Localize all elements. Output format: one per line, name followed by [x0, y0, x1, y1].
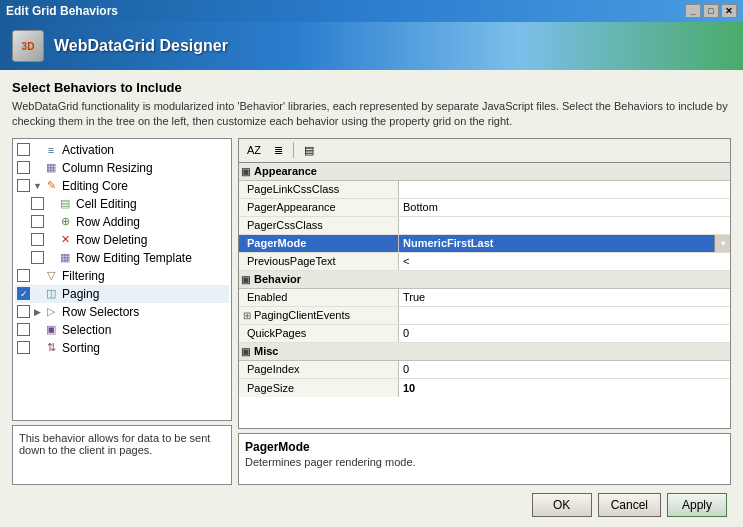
prop-value-paging-client-events[interactable]: [399, 307, 730, 324]
tree-label-row-adding: Row Adding: [76, 215, 140, 229]
prop-name-prev-page-text: PreviousPageText: [239, 253, 399, 270]
right-panel: AZ ≣ ▤ ▣ Appearance PageLinkCssClass: [238, 138, 731, 485]
checkbox-row-deleting[interactable]: [31, 233, 44, 246]
prop-name-paging-client-events: ⊞PagingClientEvents: [239, 307, 399, 324]
tree-item-editing-core[interactable]: ▼ ✎ Editing Core: [15, 177, 229, 195]
prop-row-pager-mode[interactable]: PagerMode NumericFirstLast ▾: [239, 235, 730, 253]
checkbox-row-editing-template[interactable]: [31, 251, 44, 264]
section-description: WebDataGrid functionality is modularized…: [12, 99, 731, 130]
prop-row-page-link-css[interactable]: PageLinkCssClass: [239, 181, 730, 199]
prop-value-quick-pages[interactable]: 0: [399, 325, 730, 342]
row-edit-icon: ▦: [57, 251, 73, 265]
property-toolbar: AZ ≣ ▤: [238, 138, 731, 162]
tree-label-row-editing-template: Row Editing Template: [76, 251, 192, 265]
tree-item-filtering[interactable]: ▽ Filtering: [15, 267, 229, 285]
paging-icon: ◫: [43, 287, 59, 301]
category-behavior-label: Behavior: [254, 273, 301, 285]
pages-button[interactable]: ▤: [298, 140, 320, 160]
checkbox-filtering[interactable]: [17, 269, 30, 282]
tree-label-row-selectors: Row Selectors: [62, 305, 139, 319]
prop-value-page-link-css[interactable]: [399, 181, 730, 198]
checkbox-selection[interactable]: [17, 323, 30, 336]
prop-row-page-size[interactable]: PageSize 10: [239, 379, 730, 397]
prop-row-paging-client-events[interactable]: ⊞PagingClientEvents: [239, 307, 730, 325]
category-appearance[interactable]: ▣ Appearance: [239, 163, 730, 181]
tree-item-row-editing-template[interactable]: ▦ Row Editing Template: [15, 249, 229, 267]
checkbox-cell-editing[interactable]: [31, 197, 44, 210]
prop-value-pager-mode[interactable]: NumericFirstLast ▾: [399, 235, 730, 252]
checkbox-paging[interactable]: ✓: [17, 287, 30, 300]
info-text: This behavior allows for data to be sent…: [19, 432, 210, 456]
paging-client-events-expand[interactable]: ⊞: [243, 310, 251, 321]
checkbox-row-selectors[interactable]: [17, 305, 30, 318]
expand-editing-core[interactable]: ▼: [32, 181, 43, 191]
appearance-expand-icon: ▣: [241, 166, 250, 177]
categorized-sort-button[interactable]: ≣: [267, 140, 289, 160]
ok-button[interactable]: OK: [532, 493, 592, 517]
prop-name-pager-mode: PagerMode: [239, 235, 399, 252]
tree-label-paging: Paging: [62, 287, 99, 301]
column-icon: ▦: [43, 161, 59, 175]
prop-name-pager-css: PagerCssClass: [239, 217, 399, 234]
checkbox-column-resizing[interactable]: [17, 161, 30, 174]
prop-row-prev-page-text[interactable]: PreviousPageText <: [239, 253, 730, 271]
row-delete-icon: ✕: [57, 233, 73, 247]
activation-icon: ≡: [43, 143, 59, 157]
property-grid[interactable]: ▣ Appearance PageLinkCssClass PagerAppea…: [238, 162, 731, 429]
checkbox-sorting[interactable]: [17, 341, 30, 354]
misc-expand-icon: ▣: [241, 346, 250, 357]
prop-name-quick-pages: QuickPages: [239, 325, 399, 342]
prop-row-pager-appearance[interactable]: PagerAppearance Bottom: [239, 199, 730, 217]
category-behavior[interactable]: ▣ Behavior: [239, 271, 730, 289]
prop-value-pager-css[interactable]: [399, 217, 730, 234]
selection-icon: ▣: [43, 323, 59, 337]
tree-item-activation[interactable]: ≡ Activation: [15, 141, 229, 159]
checkbox-activation[interactable]: [17, 143, 30, 156]
prop-name-page-link-css: PageLinkCssClass: [239, 181, 399, 198]
alphabetical-sort-button[interactable]: AZ: [243, 140, 265, 160]
pager-mode-dropdown-arrow[interactable]: ▾: [714, 235, 730, 252]
behavior-expand-icon: ▣: [241, 274, 250, 285]
behavior-info-box: This behavior allows for data to be sent…: [12, 425, 232, 485]
panels: ≡ Activation ▦ Column Resizing ▼ ✎ Editi…: [12, 138, 731, 485]
categorize-icon: ≣: [274, 144, 283, 157]
prop-name-page-index: PageIndex: [239, 361, 399, 378]
tree-item-row-deleting[interactable]: ✕ Row Deleting: [15, 231, 229, 249]
apply-button[interactable]: Apply: [667, 493, 727, 517]
tree-item-row-adding[interactable]: ⊕ Row Adding: [15, 213, 229, 231]
tree-label-editing-core: Editing Core: [62, 179, 128, 193]
maximize-button[interactable]: □: [703, 4, 719, 18]
prop-value-enabled[interactable]: True: [399, 289, 730, 306]
cancel-button[interactable]: Cancel: [598, 493, 661, 517]
prop-value-page-size[interactable]: 10: [399, 379, 730, 397]
left-panel: ≡ Activation ▦ Column Resizing ▼ ✎ Editi…: [12, 138, 232, 485]
prop-row-page-index[interactable]: PageIndex 0: [239, 361, 730, 379]
prop-row-quick-pages[interactable]: QuickPages 0: [239, 325, 730, 343]
main-content: Select Behaviors to Include WebDataGrid …: [0, 70, 743, 527]
prop-row-enabled[interactable]: Enabled True: [239, 289, 730, 307]
tree-label-row-deleting: Row Deleting: [76, 233, 147, 247]
behavior-tree[interactable]: ≡ Activation ▦ Column Resizing ▼ ✎ Editi…: [12, 138, 232, 421]
tree-item-sorting[interactable]: ⇅ Sorting: [15, 339, 229, 357]
banner-title: WebDataGrid Designer: [54, 37, 228, 55]
prop-value-prev-page-text[interactable]: <: [399, 253, 730, 270]
prop-value-pager-appearance[interactable]: Bottom: [399, 199, 730, 216]
tree-item-selection[interactable]: ▣ Selection: [15, 321, 229, 339]
tree-item-row-selectors[interactable]: ▶ ▷ Row Selectors: [15, 303, 229, 321]
checkbox-editing-core[interactable]: [17, 179, 30, 192]
minimize-button[interactable]: _: [685, 4, 701, 18]
window-title: Edit Grid Behaviors: [6, 4, 685, 18]
tree-item-paging[interactable]: ✓ ◫ Paging: [15, 285, 229, 303]
tree-item-column-resizing[interactable]: ▦ Column Resizing: [15, 159, 229, 177]
prop-row-pager-css[interactable]: PagerCssClass: [239, 217, 730, 235]
close-button[interactable]: ✕: [721, 4, 737, 18]
sorting-icon: ⇅: [43, 341, 59, 355]
prop-name-page-size: PageSize: [239, 379, 399, 397]
expand-row-selectors[interactable]: ▶: [32, 307, 43, 317]
title-bar-controls: _ □ ✕: [685, 4, 737, 18]
checkbox-row-adding[interactable]: [31, 215, 44, 228]
category-misc[interactable]: ▣ Misc: [239, 343, 730, 361]
tree-item-cell-editing[interactable]: ▤ Cell Editing: [15, 195, 229, 213]
prop-value-page-index[interactable]: 0: [399, 361, 730, 378]
banner: 3D WebDataGrid Designer: [0, 22, 743, 70]
